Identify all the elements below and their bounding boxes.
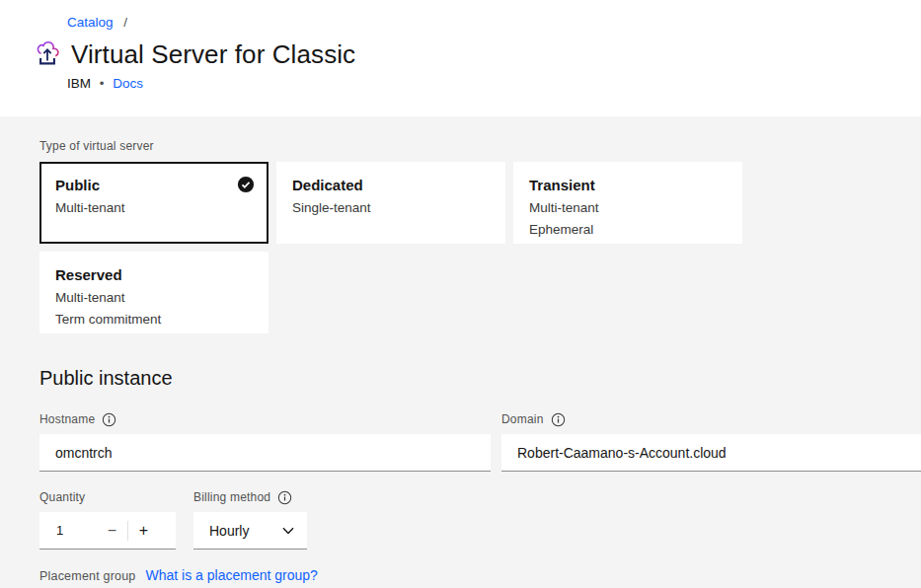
hostname-label: Hostname: [39, 412, 95, 427]
increment-button[interactable]: +: [128, 512, 159, 549]
tile-subtitle: Multi-tenant: [529, 199, 727, 216]
tile-public[interactable]: Public Multi-tenant: [39, 162, 269, 244]
tile-transient[interactable]: Transient Multi-tenant Ephemeral: [513, 162, 742, 244]
provider-subtitle: IBM • Docs: [67, 75, 921, 92]
domain-field: Domain: [501, 412, 921, 472]
checkmark-filled-icon: [237, 176, 255, 193]
tile-subtitle: Term commitment: [55, 311, 253, 328]
domain-input[interactable]: [501, 434, 921, 472]
tile-dedicated[interactable]: Dedicated Single-tenant: [276, 162, 505, 244]
breadcrumb: Catalog /: [67, 14, 921, 31]
public-instance-heading: Public instance: [39, 365, 921, 391]
hostname-input[interactable]: [39, 434, 491, 472]
tile-subtitle: Multi-tenant: [55, 289, 253, 306]
dot-separator: •: [100, 76, 105, 91]
virtual-server-catalog-page: Catalog / Virtual Server for Class: [0, 0, 921, 588]
quantity-label: Quantity: [39, 490, 85, 505]
tile-reserved[interactable]: Reserved Multi-tenant Term commitment: [39, 252, 269, 333]
decrement-button[interactable]: −: [97, 512, 127, 549]
quantity-input[interactable]: [39, 523, 97, 538]
tile-subtitle: Ephemeral: [529, 221, 727, 238]
info-icon[interactable]: [277, 490, 292, 505]
quantity-stepper: − +: [39, 512, 176, 550]
tile-title: Transient: [529, 176, 727, 194]
page-header: Catalog / Virtual Server for Class: [0, 0, 921, 116]
billing-method-label: Billing method: [193, 490, 270, 505]
page-title: Virtual Server for Classic: [71, 37, 355, 71]
placement-group-label: Placement group: [39, 569, 136, 583]
server-type-tile-group: Public Multi-tenant Dedicated Single-ten…: [39, 162, 742, 333]
billing-method-value: Hourly: [209, 523, 249, 539]
info-icon[interactable]: [102, 412, 116, 427]
cloud-upload-icon: [35, 39, 60, 69]
placement-group-help-link[interactable]: What is a placement group?: [146, 567, 318, 583]
billing-method-field: Billing method Hourly: [193, 490, 307, 550]
breadcrumb-catalog-link[interactable]: Catalog: [67, 15, 114, 30]
docs-link[interactable]: Docs: [113, 76, 143, 91]
quantity-field: Quantity − +: [39, 490, 176, 550]
tile-title: Reserved: [55, 265, 253, 284]
domain-label: Domain: [501, 412, 544, 427]
chevron-down-icon: [282, 527, 294, 535]
hostname-field: Hostname: [39, 412, 491, 472]
billing-method-dropdown[interactable]: Hourly: [193, 512, 307, 550]
placement-group-row: Placement group What is a placement grou…: [39, 567, 921, 583]
hostname-domain-row: Hostname Domain: [39, 412, 921, 472]
tile-title: Dedicated: [292, 176, 490, 194]
breadcrumb-separator: /: [123, 15, 127, 30]
provider-label: IBM: [67, 76, 91, 91]
configuration-section: Type of virtual server Public Multi-tena…: [0, 116, 921, 588]
title-row: Virtual Server for Classic: [35, 37, 921, 71]
type-of-virtual-server-label: Type of virtual server: [39, 139, 921, 154]
tile-subtitle: Single-tenant: [292, 199, 490, 216]
tile-title: Public: [55, 176, 253, 194]
tile-subtitle: Multi-tenant: [55, 199, 253, 216]
quantity-billing-row: Quantity − + Billing method: [39, 490, 921, 550]
info-icon[interactable]: [551, 412, 566, 427]
